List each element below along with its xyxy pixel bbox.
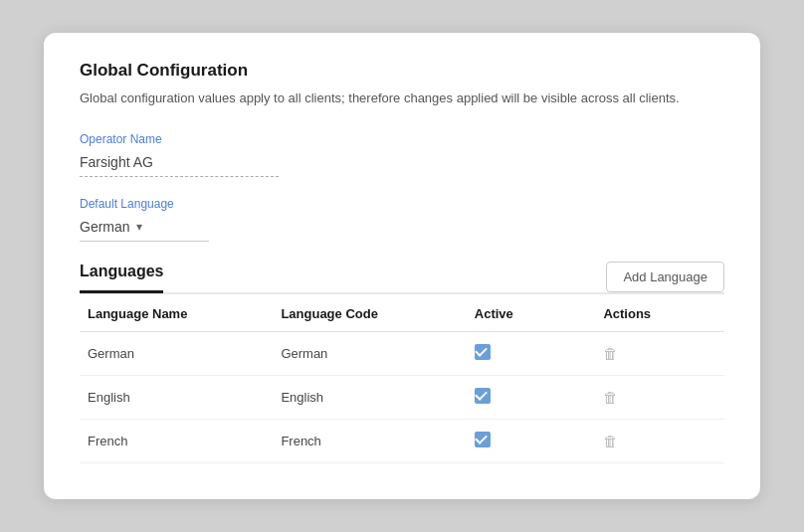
checkbox-icon[interactable] xyxy=(475,344,491,360)
languages-table: Language Name Language Code Active Actio… xyxy=(80,294,724,463)
language-code-cell: English xyxy=(273,375,466,419)
operator-name-value: Farsight AG xyxy=(80,150,279,177)
table-row: FrenchFrench🗑 xyxy=(80,419,724,462)
page-title: Global Configuration xyxy=(80,61,724,81)
checkbox-icon[interactable] xyxy=(475,432,491,447)
default-language-dropdown[interactable]: German ▾ xyxy=(80,215,209,242)
language-active-cell[interactable] xyxy=(467,375,596,419)
language-actions-cell[interactable]: 🗑 xyxy=(595,419,724,462)
delete-icon[interactable]: 🗑 xyxy=(603,433,617,448)
language-name-cell: French xyxy=(80,419,273,462)
language-code-cell: German xyxy=(273,331,466,375)
language-active-cell[interactable] xyxy=(467,419,596,462)
default-language-field: Default Language German ▾ xyxy=(80,197,724,242)
language-active-cell[interactable] xyxy=(467,331,596,375)
table-header-row: Language Name Language Code Active Actio… xyxy=(80,294,724,332)
default-language-value: German xyxy=(80,219,130,235)
table-row: GermanGerman🗑 xyxy=(80,331,724,375)
operator-name-field: Operator Name Farsight AG xyxy=(80,132,724,177)
language-name-cell: English xyxy=(80,375,273,419)
add-language-button[interactable]: Add Language xyxy=(606,262,724,292)
languages-header: Languages Add Language xyxy=(80,262,724,294)
col-header-code: Language Code xyxy=(273,294,466,332)
language-code-cell: French xyxy=(273,419,466,462)
default-language-label: Default Language xyxy=(80,197,724,211)
global-config-card: Global Configuration Global configuratio… xyxy=(44,33,760,499)
checkbox-icon[interactable] xyxy=(475,388,491,404)
col-header-name: Language Name xyxy=(80,294,273,332)
chevron-down-icon: ▾ xyxy=(136,220,142,234)
operator-name-label: Operator Name xyxy=(80,132,724,146)
language-name-cell: German xyxy=(80,331,273,375)
delete-icon[interactable]: 🗑 xyxy=(603,345,617,361)
language-actions-cell[interactable]: 🗑 xyxy=(595,331,724,375)
languages-section-title: Languages xyxy=(80,263,163,293)
language-actions-cell[interactable]: 🗑 xyxy=(595,375,724,419)
col-header-active: Active xyxy=(467,294,596,332)
card-description: Global configuration values apply to all… xyxy=(80,89,724,108)
table-row: EnglishEnglish🗑 xyxy=(80,375,724,419)
col-header-actions: Actions xyxy=(595,294,724,332)
delete-icon[interactable]: 🗑 xyxy=(603,389,617,405)
